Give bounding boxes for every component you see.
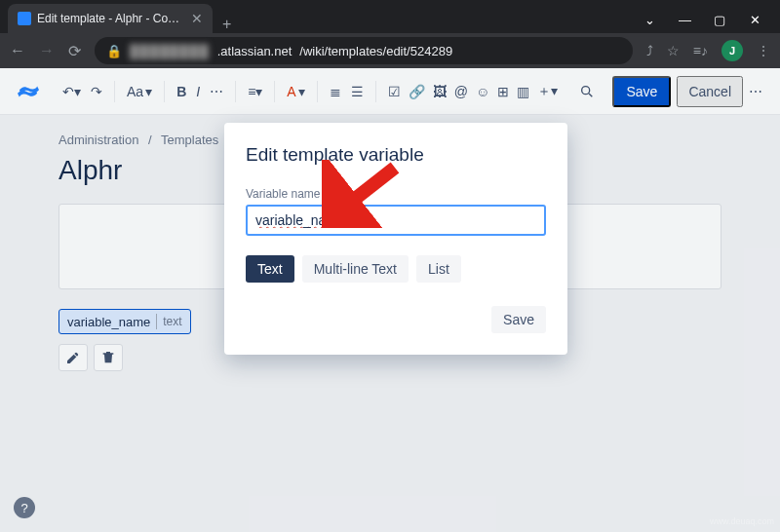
modal-title: Edit template variable	[246, 144, 546, 166]
reload-icon[interactable]: ⟳	[68, 42, 81, 60]
browser-address-bar: ← → ⟳ 🔒 ████████ .atlassian.net/wiki/tem…	[0, 33, 780, 68]
playlist-icon[interactable]: ≡♪	[693, 43, 708, 58]
url-host: .atlassian.net	[217, 44, 292, 58]
minimize-icon[interactable]: —	[679, 13, 690, 27]
maximize-icon[interactable]: ▢	[714, 13, 725, 27]
url-host-blurred: ████████	[130, 44, 210, 58]
confluence-app: ↶▾ ↷ Aa▾ B I ⋯ ≡▾ A▾ ≣ ☰ ☑ 🔗 🖼 @ ☺ ⊞ ▥ ＋…	[0, 68, 780, 532]
close-window-icon[interactable]: ✕	[749, 13, 760, 27]
modal-save-button[interactable]: Save	[491, 306, 546, 333]
variable-name-input[interactable]	[246, 205, 546, 236]
close-tab-icon[interactable]: ✕	[191, 11, 203, 26]
url-input[interactable]: 🔒 ████████ .atlassian.net/wiki/templates…	[95, 37, 633, 64]
profile-avatar[interactable]: J	[722, 40, 743, 61]
tab-list[interactable]: List	[416, 255, 461, 283]
share-icon[interactable]: ⤴	[646, 43, 653, 58]
watermark: www.deuaq.com	[710, 516, 774, 526]
confluence-favicon	[18, 12, 31, 25]
chevron-down-icon[interactable]: ⌄	[644, 13, 655, 27]
variable-type-tabs: Text Multi-line Text List	[246, 255, 546, 283]
edit-variable-modal: Edit template variable Variable name Tex…	[224, 123, 567, 355]
new-tab-button[interactable]: +	[213, 16, 241, 33]
back-icon[interactable]: ←	[10, 42, 25, 59]
star-icon[interactable]: ☆	[667, 43, 680, 58]
browser-titlebar: Edit template - Alphr - Confluenc ✕ + ⌄ …	[0, 0, 780, 33]
url-path: /wiki/templates/edit/524289	[299, 44, 452, 58]
tab-title: Edit template - Alphr - Confluenc	[37, 12, 185, 25]
tab-multiline[interactable]: Multi-line Text	[302, 255, 409, 283]
variable-name-label: Variable name	[246, 187, 546, 201]
lock-icon: 🔒	[106, 44, 122, 58]
browser-tab[interactable]: Edit template - Alphr - Confluenc ✕	[8, 4, 213, 33]
kebab-menu-icon[interactable]: ⋮	[757, 43, 770, 58]
window-controls: ⌄ — ▢ ✕	[644, 13, 772, 33]
tab-text[interactable]: Text	[246, 255, 294, 283]
forward-icon: →	[39, 42, 55, 59]
